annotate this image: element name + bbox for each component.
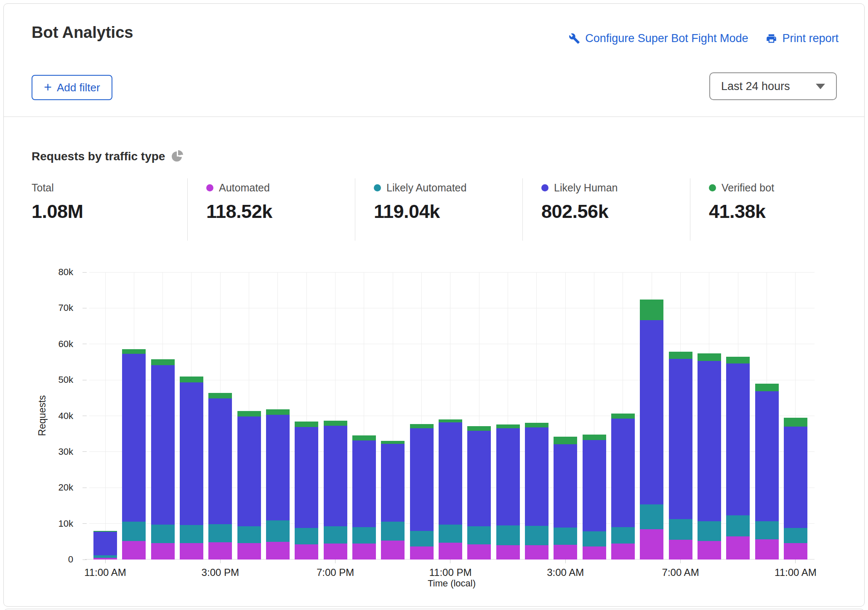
stat-verified-bot: Verified bot 41.38k bbox=[690, 178, 838, 241]
bar-4-00-pm-5[interactable] bbox=[237, 411, 261, 560]
verified-bot-legend-dot bbox=[709, 184, 716, 191]
stat-likely-human-value: 802.56k bbox=[541, 201, 690, 223]
bar-11-00-pm-12[interactable] bbox=[439, 419, 462, 560]
segment-likely-human bbox=[295, 427, 318, 528]
time-range-dropdown[interactable]: Last 24 hours bbox=[709, 72, 837, 100]
pie-chart-icon bbox=[172, 151, 182, 162]
segment-automated bbox=[755, 539, 779, 560]
segment-likely-automated bbox=[726, 515, 750, 536]
segment-automated bbox=[439, 543, 462, 560]
bar-2-00-pm-3[interactable] bbox=[180, 377, 203, 560]
y-tick-mark bbox=[83, 416, 87, 416]
likely-human-legend-dot bbox=[541, 184, 548, 191]
segment-likely-automated bbox=[151, 525, 175, 543]
segment-likely-human bbox=[324, 426, 347, 526]
add-filter-label: Add filter bbox=[57, 81, 100, 94]
bar-12-00-pm-1[interactable] bbox=[122, 349, 146, 560]
segment-automated bbox=[266, 542, 290, 560]
segment-verified-bot bbox=[467, 426, 491, 430]
y-tick-mark bbox=[83, 451, 87, 452]
stat-likely-human: Likely Human 802.56k bbox=[522, 178, 690, 241]
segment-likely-human bbox=[352, 440, 376, 528]
y-tick-label: 60k bbox=[10, 339, 73, 350]
bar-5-00-pm-6[interactable] bbox=[266, 409, 290, 560]
bar-1-00-pm-2[interactable] bbox=[151, 359, 175, 560]
segment-verified-bot bbox=[554, 437, 577, 444]
y-tick-mark bbox=[83, 272, 87, 273]
segment-automated bbox=[180, 543, 203, 560]
segment-automated bbox=[784, 543, 807, 560]
bar-5-00-am-18[interactable] bbox=[611, 414, 635, 560]
stat-total-value: 1.08M bbox=[32, 201, 187, 223]
x-tick-label: 11:00 AM bbox=[775, 567, 817, 578]
configure-super-bot-fight-mode-link[interactable]: Configure Super Bot Fight Mode bbox=[569, 32, 748, 45]
segment-automated bbox=[467, 544, 491, 560]
segment-verified-bot bbox=[180, 377, 203, 383]
segment-automated bbox=[496, 545, 520, 560]
print-report-link[interactable]: Print report bbox=[766, 32, 839, 45]
segment-verified-bot bbox=[266, 409, 290, 415]
segment-verified-bot bbox=[439, 419, 462, 422]
x-tick-label: 3:00 AM bbox=[547, 567, 584, 578]
segment-likely-human bbox=[93, 532, 117, 555]
printer-icon bbox=[766, 33, 777, 44]
gridline-h bbox=[89, 344, 815, 344]
segment-verified-bot bbox=[410, 424, 434, 428]
bar-6-00-pm-7[interactable] bbox=[295, 422, 318, 560]
segment-automated bbox=[698, 541, 721, 560]
segment-verified-bot bbox=[496, 424, 520, 428]
bar-7-00-am-20[interactable] bbox=[669, 352, 692, 560]
segment-verified-bot bbox=[122, 349, 146, 354]
y-tick-label: 20k bbox=[10, 482, 73, 493]
x-tick-mark bbox=[220, 560, 221, 563]
bar-10-00-pm-11[interactable] bbox=[410, 424, 434, 560]
bar-12-00-am-13[interactable] bbox=[467, 426, 491, 560]
bar-1-00-am-14[interactable] bbox=[496, 424, 520, 560]
segment-automated bbox=[611, 544, 635, 560]
bar-2-00-am-15[interactable] bbox=[525, 423, 548, 560]
bar-7-00-pm-8[interactable] bbox=[324, 421, 347, 560]
configure-link-label: Configure Super Bot Fight Mode bbox=[585, 32, 748, 45]
bar-10-00-am-23[interactable] bbox=[755, 384, 779, 560]
segment-likely-automated bbox=[583, 531, 606, 547]
bar-3-00-am-16[interactable] bbox=[554, 437, 577, 560]
segment-automated bbox=[583, 546, 606, 560]
bar-9-00-am-22[interactable] bbox=[726, 357, 750, 560]
add-filter-button[interactable]: + Add filter bbox=[32, 75, 112, 100]
segment-verified-bot bbox=[237, 411, 261, 416]
segment-likely-human bbox=[726, 363, 750, 515]
header-divider bbox=[4, 117, 864, 117]
segment-likely-human bbox=[381, 444, 405, 521]
segment-likely-human bbox=[583, 440, 606, 531]
traffic-type-legend: Total 1.08M Automated 118.52k Likely Aut… bbox=[32, 178, 838, 241]
segment-likely-automated bbox=[496, 525, 520, 545]
bar-3-00-pm-4[interactable] bbox=[208, 393, 232, 560]
segment-verified-bot bbox=[611, 414, 635, 419]
segment-automated bbox=[295, 544, 318, 560]
bar-6-00-am-19[interactable] bbox=[640, 300, 663, 560]
segment-likely-automated bbox=[525, 526, 548, 545]
segment-likely-automated bbox=[698, 521, 721, 541]
page-title: Bot Analytics bbox=[32, 24, 133, 42]
y-tick-mark bbox=[83, 523, 87, 524]
segment-verified-bot bbox=[669, 352, 692, 359]
segment-verified-bot bbox=[726, 357, 750, 363]
bar-8-00-pm-9[interactable] bbox=[352, 435, 376, 560]
stat-total-label: Total bbox=[32, 182, 54, 194]
x-tick-mark bbox=[105, 560, 106, 563]
bar-8-00-am-21[interactable] bbox=[698, 353, 721, 560]
segment-verified-bot bbox=[583, 435, 606, 440]
segment-likely-human bbox=[180, 382, 203, 525]
x-tick-label: 3:00 PM bbox=[202, 567, 239, 578]
segment-likely-automated bbox=[266, 520, 290, 542]
stat-likely-automated-label: Likely Automated bbox=[386, 182, 466, 194]
segment-likely-human bbox=[122, 354, 146, 522]
bar-11-00-am-24[interactable] bbox=[784, 418, 807, 560]
stat-likely-automated: Likely Automated 119.04k bbox=[355, 178, 522, 241]
bar-4-00-am-17[interactable] bbox=[583, 435, 606, 560]
requests-by-traffic-type-chart: 010k20k30k40k50k60k70k80k11:00 AM3:00 PM… bbox=[89, 272, 815, 560]
y-tick-label: 50k bbox=[10, 374, 73, 385]
bar-9-00-pm-10[interactable] bbox=[381, 441, 405, 560]
segment-automated bbox=[151, 543, 175, 560]
bar-11-00-am-0[interactable] bbox=[93, 531, 117, 560]
